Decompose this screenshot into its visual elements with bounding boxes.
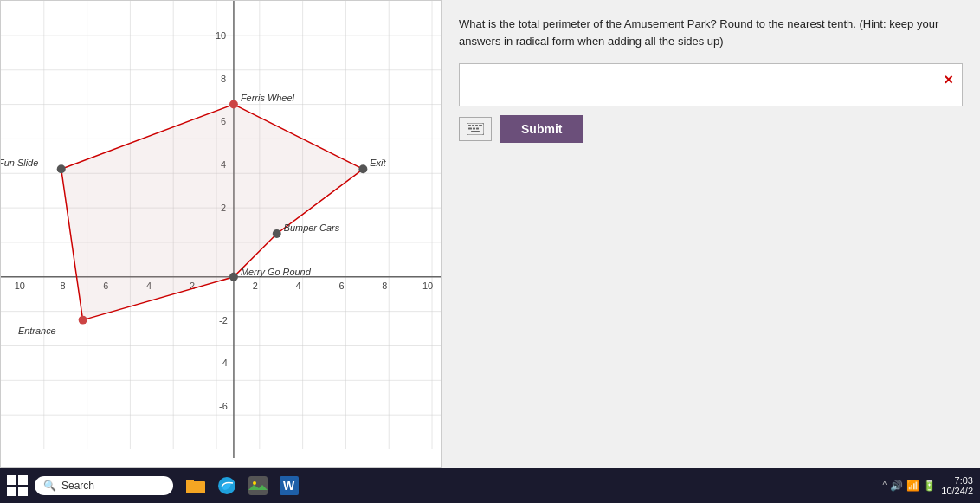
battery-icon[interactable]: 🔋 <box>923 480 936 492</box>
svg-text:10: 10 <box>422 281 433 291</box>
svg-marker-42 <box>61 105 364 320</box>
question-panel: What is the total perimeter of the Amuse… <box>442 0 980 468</box>
submit-button[interactable]: Submit <box>500 115 583 143</box>
answer-input[interactable] <box>519 78 951 92</box>
svg-text:8: 8 <box>382 281 387 291</box>
answer-actions: Submit <box>459 115 963 143</box>
svg-rect-59 <box>186 481 205 493</box>
svg-rect-55 <box>468 128 472 130</box>
svg-text:10: 10 <box>216 30 226 41</box>
keyboard-icon <box>467 123 484 135</box>
svg-text:2: 2 <box>253 281 258 291</box>
svg-rect-54 <box>479 125 482 126</box>
exit-point <box>358 164 367 173</box>
svg-text:6: 6 <box>338 281 344 291</box>
file-explorer-icon[interactable] <box>184 474 208 498</box>
up-arrow-icon[interactable]: ^ <box>883 480 887 490</box>
svg-text:Ferris Wheel: Ferris Wheel <box>241 93 295 103</box>
svg-text:-8: -8 <box>57 281 66 291</box>
graph-panel: -10 -8 -6 -4 -2 2 4 6 8 10 10 8 6 4 2 -2… <box>0 0 442 468</box>
time-display: 7:03 <box>941 475 973 486</box>
taskbar-right: ^ 🔊 📶 🔋 7:03 10/24/2 <box>883 475 973 496</box>
coordinate-graph: -10 -8 -6 -4 -2 2 4 6 8 10 10 8 6 4 2 -2… <box>1 1 441 467</box>
svg-text:W: W <box>283 479 295 493</box>
search-icon: 🔍 <box>43 480 56 492</box>
svg-rect-62 <box>248 476 268 495</box>
clock[interactable]: 7:03 10/24/2 <box>941 475 973 496</box>
svg-text:4: 4 <box>296 281 301 291</box>
svg-text:Bumper Cars: Bumper Cars <box>284 222 340 233</box>
svg-rect-53 <box>475 125 478 126</box>
svg-text:-4: -4 <box>219 358 228 368</box>
word-icon[interactable]: W <box>277 474 301 498</box>
edge-icon[interactable] <box>215 474 239 498</box>
wifi-icon[interactable]: 📶 <box>906 480 919 492</box>
svg-rect-57 <box>476 128 479 130</box>
keyboard-button[interactable] <box>459 117 492 141</box>
svg-text:Entrance: Entrance <box>18 326 56 336</box>
start-button[interactable] <box>7 475 28 496</box>
taskbar: 🔍 Search W <box>0 468 980 503</box>
speaker-icon[interactable]: 🔊 <box>890 480 903 492</box>
entrance-point <box>79 316 87 325</box>
svg-text:-2: -2 <box>219 315 228 326</box>
svg-rect-58 <box>471 131 480 132</box>
ferris-wheel-point <box>229 100 238 109</box>
svg-rect-51 <box>468 125 471 126</box>
date-display: 10/24/2 <box>941 486 973 496</box>
question-text: What is the total perimeter of the Amuse… <box>459 16 963 49</box>
search-bar[interactable]: 🔍 Search <box>35 476 173 495</box>
bumper-cars-point <box>273 229 281 238</box>
svg-text:-10: -10 <box>11 281 25 291</box>
svg-text:-6: -6 <box>219 401 228 411</box>
photos-icon[interactable] <box>246 474 270 498</box>
svg-text:8: 8 <box>221 74 226 84</box>
search-label: Search <box>61 480 94 492</box>
answer-box: × <box>459 63 963 106</box>
close-button[interactable]: × <box>944 71 953 89</box>
taskbar-icons: W <box>184 474 301 498</box>
fun-slide-point <box>57 164 66 173</box>
svg-text:Merry Go Round: Merry Go Round <box>241 267 312 277</box>
svg-rect-60 <box>186 480 194 483</box>
system-tray-icons: ^ 🔊 📶 🔋 <box>883 480 937 492</box>
svg-rect-52 <box>472 125 474 126</box>
svg-rect-56 <box>473 128 475 130</box>
svg-text:Fun Slide: Fun Slide <box>1 158 38 168</box>
svg-point-63 <box>253 481 256 485</box>
svg-text:Exit: Exit <box>370 158 386 168</box>
